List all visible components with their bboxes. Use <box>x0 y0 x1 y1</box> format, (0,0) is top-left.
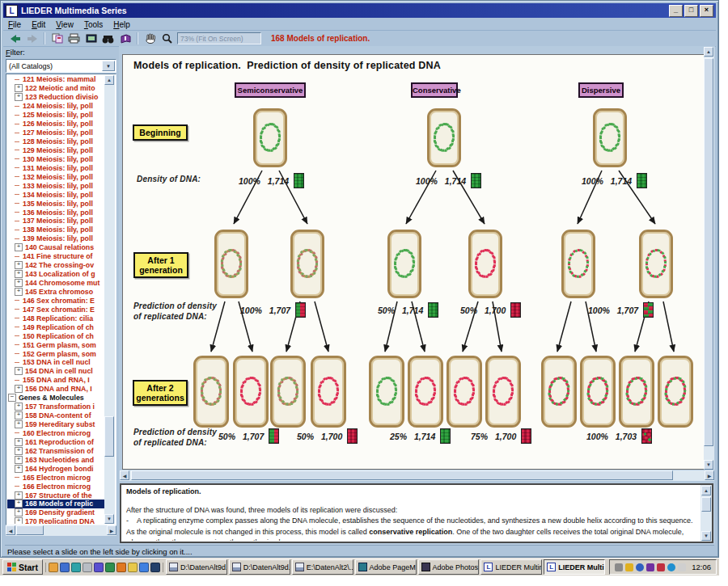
tray-icon[interactable] <box>667 563 675 571</box>
search-button[interactable] <box>99 32 116 45</box>
tree-item[interactable]: 124 Meiosis: lily, poll <box>7 102 104 111</box>
scrollbar-thumb[interactable] <box>16 525 44 535</box>
folder-icon[interactable] <box>128 563 138 572</box>
tree-item[interactable]: +164 Hydrogen bondi <box>7 464 104 473</box>
task-button[interactable]: D:\DatenAlt9d... <box>166 559 227 575</box>
expander-icon[interactable]: − <box>8 394 16 402</box>
tree-item[interactable]: 160 Electron microg <box>7 429 104 438</box>
copy-slide-button[interactable] <box>49 32 66 45</box>
title-bar[interactable]: L LIEDER Multimedia Series _ □ × <box>3 3 716 18</box>
expander-icon[interactable]: + <box>15 491 23 500</box>
tree-item[interactable]: +157 Transformation i <box>7 403 104 411</box>
tree-item[interactable]: 165 Electron microg <box>7 473 104 482</box>
tree-item[interactable]: +145 Extra chromoso <box>7 288 104 297</box>
tree-item[interactable]: 149 Replication of ch <box>7 323 104 331</box>
expander-icon[interactable]: + <box>15 367 23 375</box>
tree-item[interactable]: 166 Electron microg <box>7 482 104 491</box>
tree-item[interactable]: 147 Sex chromatin: E <box>7 305 104 314</box>
tree-item[interactable]: 133 Meiosis: lily, poll <box>7 181 104 190</box>
scrollbar-thumb[interactable] <box>131 470 673 480</box>
tree-item[interactable]: +170 Replicating DNA <box>7 517 104 524</box>
tree-item[interactable]: 153 DNA in cell nucl <box>7 358 104 367</box>
start-button[interactable]: Start <box>2 559 43 575</box>
tray-icon[interactable] <box>636 563 644 571</box>
tree-item[interactable]: 137 Meiosis: lily, poll <box>7 217 104 226</box>
task-button[interactable]: LIEDER Multim... <box>480 559 542 575</box>
expander-icon[interactable]: + <box>15 517 23 524</box>
task-button[interactable]: D:\DatenAlt9d... <box>229 559 290 575</box>
expander-icon[interactable]: + <box>15 288 23 296</box>
scrollbar-thumb[interactable] <box>701 497 711 512</box>
shortcut-icon[interactable] <box>49 563 58 572</box>
menu-view[interactable]: View <box>56 20 74 29</box>
outlook-icon[interactable] <box>60 563 70 572</box>
expander-icon[interactable]: + <box>15 420 23 428</box>
tree-item[interactable]: 152 Germ plasm, som <box>7 349 104 358</box>
tree-item[interactable]: 135 Meiosis: lily, poll <box>7 199 104 208</box>
menu-help[interactable]: Help <box>113 20 130 29</box>
tray-icon[interactable] <box>646 563 654 571</box>
tree-item[interactable]: +158 DNA-content of <box>7 411 104 420</box>
close-button[interactable]: × <box>700 5 713 17</box>
tree-item[interactable]: 150 Replication of ch <box>7 331 104 340</box>
tree-item[interactable]: 136 Meiosis: lily, poll <box>7 208 104 217</box>
tree-item[interactable]: +161 Reproduction of <box>7 437 104 446</box>
tree-item[interactable]: +169 Density gradient <box>7 508 104 517</box>
print-button[interactable] <box>66 32 83 45</box>
tree-item[interactable]: 130 Meiosis: lily, poll <box>7 154 104 163</box>
dropdown-arrow-icon[interactable]: ▼ <box>102 61 115 71</box>
excel-icon[interactable] <box>105 563 115 572</box>
tree-item[interactable]: +163 Nucleotides and <box>7 455 104 464</box>
forward-button[interactable] <box>23 32 40 45</box>
slideshow-button[interactable] <box>83 32 99 45</box>
scroll-down-icon[interactable]: ▼ <box>704 460 713 470</box>
scrollbar-thumb[interactable] <box>104 416 114 457</box>
tree-item[interactable]: 128 Meiosis: lily, poll <box>7 137 104 146</box>
tree-item[interactable]: 155 DNA and RNA, I <box>7 376 104 385</box>
tree-item[interactable]: +156 DNA and RNA, I <box>7 385 104 394</box>
tree-item[interactable]: +140 Causal relations <box>7 243 104 252</box>
scroll-up-icon[interactable]: ▲ <box>701 486 711 495</box>
expander-icon[interactable]: + <box>15 411 23 419</box>
expander-icon[interactable]: + <box>15 261 23 269</box>
menu-edit[interactable]: Edit <box>32 20 45 29</box>
scroll-up-icon[interactable]: ▲ <box>704 47 713 57</box>
tree-item[interactable]: +159 Hereditary subst <box>7 420 104 429</box>
scroll-right-icon[interactable]: ▶ <box>705 470 714 480</box>
expander-icon[interactable]: + <box>15 438 23 446</box>
tree-item[interactable]: 132 Meiosis: lily, poll <box>7 172 104 181</box>
scroll-left-icon[interactable]: ◀ <box>6 525 15 535</box>
tree-item[interactable]: +167 Structure of the <box>7 491 104 500</box>
task-button[interactable]: Adobe Photos... <box>418 559 480 575</box>
expander-icon[interactable]: + <box>15 508 23 516</box>
tree-item[interactable]: 138 Meiosis: lily, poll <box>7 226 104 234</box>
zoom-tool-button[interactable] <box>159 32 176 45</box>
expander-icon[interactable]: + <box>15 465 23 473</box>
tree-item[interactable]: 126 Meiosis: lily, poll <box>7 120 104 129</box>
maximize-button[interactable]: □ <box>684 5 698 17</box>
help-button[interactable] <box>116 32 133 45</box>
tree-item[interactable]: 134 Meiosis: lily, poll <box>7 190 104 199</box>
expander-icon[interactable]: + <box>15 385 23 393</box>
tree-item[interactable]: +162 Transmission of <box>7 446 104 455</box>
tree-item[interactable]: +143 Localization of g <box>7 270 104 279</box>
task-button[interactable]: Adobe PageM... <box>355 559 417 575</box>
tray-icon[interactable] <box>625 563 633 571</box>
scroll-down-icon[interactable]: ▼ <box>701 531 711 541</box>
task-button[interactable]: E:\DatenAlt2\... <box>292 559 353 575</box>
tree-item[interactable]: 148 Replication: cilia <box>7 314 104 323</box>
scrollbar-thumb[interactable] <box>704 58 713 446</box>
tree-item[interactable]: 151 Germ plasm, som <box>7 340 104 349</box>
scroll-right-icon[interactable]: ▶ <box>107 525 116 535</box>
mail-icon[interactable] <box>83 563 92 572</box>
expander-icon[interactable]: + <box>15 84 23 92</box>
scroll-left-icon[interactable]: ◀ <box>120 470 129 480</box>
volume-icon[interactable] <box>615 563 623 571</box>
expander-icon[interactable]: + <box>15 279 23 287</box>
sidebar-horizontal-scrollbar[interactable]: ◀ ▶ <box>6 525 116 536</box>
scroll-up-icon[interactable]: ▲ <box>104 75 114 85</box>
tree-item[interactable]: 129 Meiosis: lily, poll <box>7 146 104 155</box>
tray-icon[interactable] <box>657 563 665 571</box>
tree-item[interactable]: 127 Meiosis: lily, poll <box>7 129 104 137</box>
image-vertical-scrollbar[interactable]: ▲ ▼ <box>704 47 714 470</box>
